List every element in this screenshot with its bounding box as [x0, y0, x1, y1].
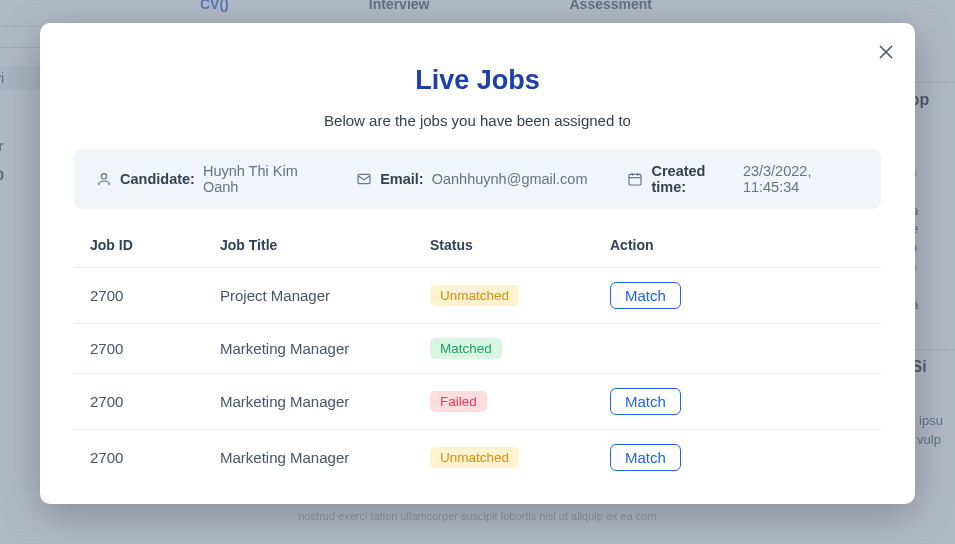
email-icon [356, 171, 372, 187]
svg-rect-4 [629, 174, 641, 185]
cell-status: Failed [430, 391, 610, 412]
col-header-title: Job Title [220, 237, 430, 253]
cell-job-id: 2700 [90, 287, 220, 304]
status-badge: Failed [430, 391, 487, 412]
cell-job-id: 2700 [90, 340, 220, 357]
cell-job-title: Marketing Manager [220, 393, 430, 410]
match-button[interactable]: Match [610, 444, 681, 471]
candidate-field: Candidate: Huynh Thi Kim Oanh [96, 163, 316, 195]
cell-action: Match [610, 388, 865, 415]
cell-job-title: Project Manager [220, 287, 430, 304]
match-button[interactable]: Match [610, 282, 681, 309]
created-time-label: Created time: [651, 163, 734, 195]
table-row: 2700Project ManagerUnmatchedMatch [74, 267, 881, 323]
match-button[interactable]: Match [610, 388, 681, 415]
cell-status: Unmatched [430, 285, 610, 306]
candidate-info-bar: Candidate: Huynh Thi Kim Oanh Email: Oan… [74, 149, 881, 209]
email-label: Email: [380, 171, 424, 187]
created-time-field: Created time: 23/3/2022, 11:45:34 [627, 163, 859, 195]
table-row: 2700Marketing ManagerFailedMatch [74, 373, 881, 429]
cell-job-title: Marketing Manager [220, 449, 430, 466]
table-header-row: Job ID Job Title Status Action [74, 223, 881, 267]
cell-status: Unmatched [430, 447, 610, 468]
cell-action: Match [610, 282, 865, 309]
candidate-label: Candidate: [120, 171, 195, 187]
created-time-value: 23/3/2022, 11:45:34 [743, 163, 859, 195]
col-header-status: Status [430, 237, 610, 253]
live-jobs-modal: Live Jobs Below are the jobs you have be… [40, 23, 915, 504]
table-body[interactable]: 2700Project ManagerUnmatchedMatch2700Mar… [74, 267, 881, 484]
jobs-table: Job ID Job Title Status Action 2700Proje… [74, 223, 881, 484]
email-field: Email: Oanhhuynh@gmail.com [356, 171, 587, 187]
user-icon [96, 171, 112, 187]
table-row: 2700Marketing ManagerUnmatchedMatch [74, 429, 881, 484]
close-icon [878, 44, 894, 60]
status-badge: Unmatched [430, 285, 519, 306]
calendar-icon [627, 171, 643, 187]
email-value: Oanhhuynh@gmail.com [432, 171, 588, 187]
status-badge: Matched [430, 338, 502, 359]
col-header-action: Action [610, 237, 865, 253]
cell-status: Matched [430, 338, 610, 359]
cell-action: Match [610, 444, 865, 471]
status-badge: Unmatched [430, 447, 519, 468]
cell-job-id: 2700 [90, 393, 220, 410]
close-button[interactable] [875, 41, 897, 63]
table-row: 2700Marketing ManagerMatched [74, 323, 881, 373]
svg-point-2 [101, 174, 106, 179]
cell-job-id: 2700 [90, 449, 220, 466]
modal-subtitle: Below are the jobs you have been assigne… [74, 112, 881, 129]
modal-title: Live Jobs [74, 65, 881, 96]
jobs-table-container: Job ID Job Title Status Action 2700Proje… [74, 223, 881, 484]
candidate-value: Huynh Thi Kim Oanh [203, 163, 316, 195]
col-header-id: Job ID [90, 237, 220, 253]
cell-job-title: Marketing Manager [220, 340, 430, 357]
